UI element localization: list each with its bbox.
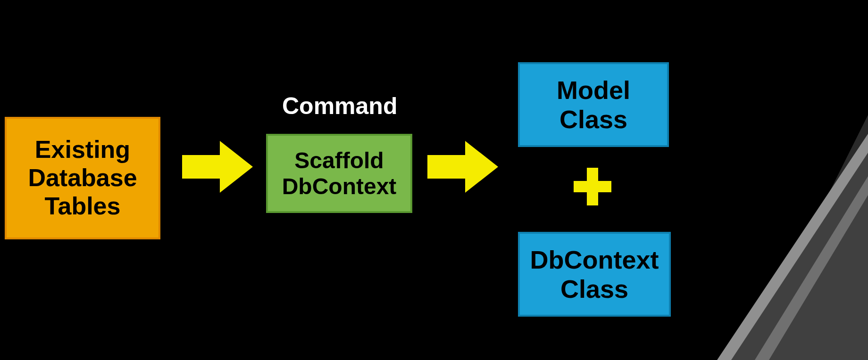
svg-marker-5: [722, 139, 868, 360]
dbcontext-class-box: DbContext Class: [518, 232, 671, 317]
model-class-box: Model Class: [518, 62, 669, 147]
svg-marker-6: [717, 134, 868, 360]
svg-marker-7: [755, 176, 868, 360]
command-label: Command: [282, 92, 395, 120]
arrow-right-icon: [427, 139, 498, 195]
svg-marker-4: [745, 115, 868, 360]
svg-marker-1: [427, 141, 498, 193]
plus-icon: [574, 168, 611, 205]
scaffold-line1: Scaffold: [294, 147, 384, 173]
model-line1: Model: [557, 75, 630, 105]
existing-database-tables-box: Existing Database Tables: [5, 117, 160, 239]
svg-rect-3: [574, 181, 611, 192]
scaffold-line2: DbContext: [282, 173, 397, 199]
dbcontext-line2: Class: [560, 274, 628, 303]
existing-line1: Existing: [35, 136, 130, 164]
arrow-right-icon: [182, 139, 253, 195]
dbcontext-line1: DbContext: [530, 245, 659, 274]
scaffold-dbcontext-box: Scaffold DbContext: [266, 134, 412, 213]
existing-line2: Database: [28, 164, 137, 192]
model-line2: Class: [559, 105, 627, 134]
svg-marker-0: [182, 141, 253, 193]
existing-line3: Tables: [45, 192, 121, 221]
